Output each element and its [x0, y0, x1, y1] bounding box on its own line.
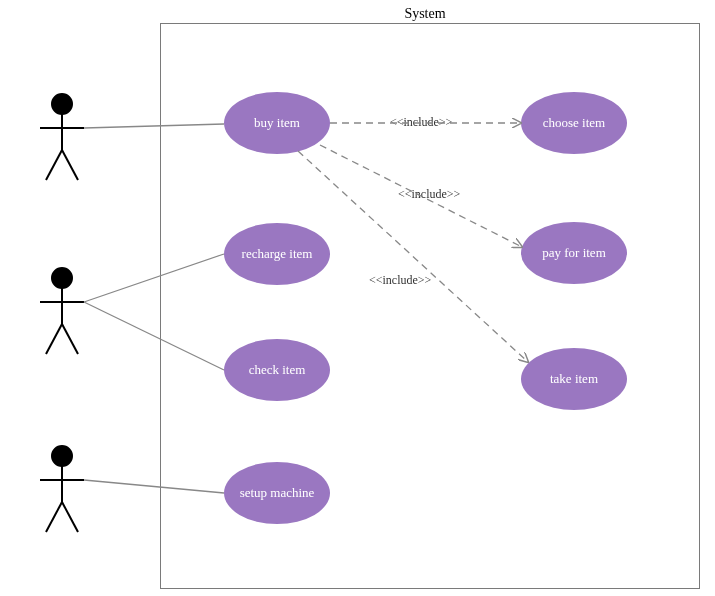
system-label: System — [395, 6, 455, 22]
usecase-take-item: take item — [521, 348, 627, 410]
svg-line-9 — [62, 324, 78, 354]
svg-line-8 — [46, 324, 62, 354]
svg-point-10 — [52, 446, 72, 466]
usecase-label: recharge item — [242, 246, 313, 262]
usecase-recharge-item: recharge item — [224, 223, 330, 285]
svg-line-14 — [62, 502, 78, 532]
usecase-choose-item: choose item — [521, 92, 627, 154]
usecase-buy-item: buy item — [224, 92, 330, 154]
actor-customer — [40, 94, 84, 180]
usecase-label: pay for item — [542, 245, 606, 261]
usecase-setup-machine: setup machine — [224, 462, 330, 524]
svg-point-0 — [52, 94, 72, 114]
usecase-check-item: check item — [224, 339, 330, 401]
svg-line-4 — [62, 150, 78, 180]
include-label-2: <<include>> — [398, 187, 460, 202]
usecase-label: buy item — [254, 115, 300, 131]
svg-line-3 — [46, 150, 62, 180]
usecase-pay-for-item: pay for item — [521, 222, 627, 284]
include-label-1: <<include>> — [390, 115, 452, 130]
svg-line-13 — [46, 502, 62, 532]
usecase-label: setup machine — [240, 485, 315, 501]
usecase-label: choose item — [543, 115, 605, 131]
usecase-label: take item — [550, 371, 598, 387]
actor-technician — [40, 446, 84, 532]
include-label-3: <<include>> — [369, 273, 431, 288]
svg-point-5 — [52, 268, 72, 288]
usecase-label: check item — [249, 362, 306, 378]
actor-operator — [40, 268, 84, 354]
